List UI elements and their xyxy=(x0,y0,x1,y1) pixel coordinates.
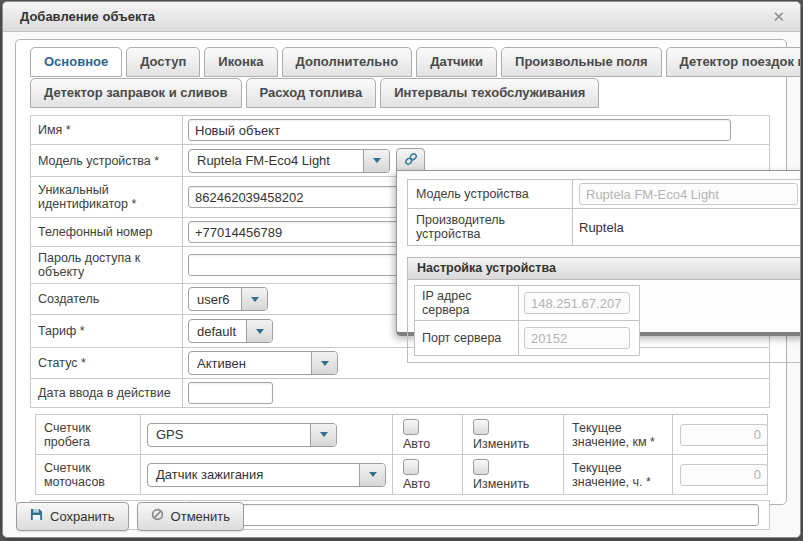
status-label: Статус * xyxy=(31,348,183,378)
link-icon xyxy=(404,152,418,169)
save-button-label: Сохранить xyxy=(50,509,115,524)
tab-access[interactable]: Доступ xyxy=(126,47,200,77)
creator-selected-value: user6 xyxy=(189,288,241,310)
server-port-label: Порт сервера xyxy=(415,321,519,355)
mileage-auto-label: Авто xyxy=(403,437,430,451)
device-model-select[interactable]: Ruptela FM-Eco4 Light xyxy=(188,149,390,173)
billing-plan-select[interactable]: default xyxy=(188,319,273,343)
cancel-button-label: Отменить xyxy=(171,509,230,524)
billing-plan-selected-value: default xyxy=(189,320,246,342)
device-model-label: Модель устройства * xyxy=(31,145,183,176)
chevron-down-icon[interactable] xyxy=(310,424,336,446)
tab-service-intervals[interactable]: Интервалы техобслуживания xyxy=(380,78,599,108)
server-ip-input xyxy=(524,292,630,314)
tab-advanced[interactable]: Дополнительно xyxy=(282,47,413,77)
dialog-title: Добавление объекта xyxy=(3,9,155,24)
server-port-row: Порт сервера xyxy=(414,320,640,356)
engine-hours-change-checkbox[interactable] xyxy=(473,459,489,475)
popup-device-model-label: Модель устройства xyxy=(408,180,573,208)
mileage-auto-checkbox[interactable] xyxy=(403,419,419,435)
device-info-table: Модель устройства Производитель устройст… xyxy=(407,179,801,246)
engine-hours-change-label: Изменить xyxy=(473,477,529,491)
mileage-counter-label: Счетчик пробега xyxy=(36,415,141,454)
chevron-down-icon[interactable] xyxy=(246,320,272,342)
engine-hours-selected-value: Датчик зажигания xyxy=(148,464,359,486)
tab-custom-fields[interactable]: Произвольные поля xyxy=(501,47,661,77)
dialog-titlebar[interactable]: Добавление объекта ✕ xyxy=(3,2,800,32)
mileage-counter-selected-value: GPS xyxy=(148,424,310,446)
close-icon[interactable]: ✕ xyxy=(772,9,785,24)
mileage-counter-select[interactable]: GPS xyxy=(147,423,337,447)
creator-select[interactable]: user6 xyxy=(188,287,268,311)
phone-label: Телефонный номер xyxy=(31,218,183,246)
chevron-down-icon[interactable] xyxy=(241,288,267,310)
unique-id-label: Уникальный идентификатор * xyxy=(31,177,183,217)
tab-sensors[interactable]: Датчики xyxy=(416,47,497,77)
tab-main[interactable]: Основное xyxy=(30,47,122,77)
tab-fillings-detector[interactable]: Детектор заправок и сливов xyxy=(30,78,242,108)
server-settings-table: IP адрес сервера Порт сервера xyxy=(414,285,640,356)
dialog-footer: Сохранить Отменить xyxy=(16,502,244,531)
commissioning-date-label: Дата ввода в действие xyxy=(31,379,183,407)
device-model-selected-value: Ruptela FM-Eco4 Light xyxy=(189,150,363,172)
engine-hours-label: Счетчик моточасов xyxy=(36,455,141,494)
tab-nav: Основное Доступ Иконка Дополнительно Дат… xyxy=(16,40,786,108)
creator-label: Создатель xyxy=(31,284,183,314)
counters-table: Счетчик пробега GPS Авто Изменить xyxy=(35,414,768,495)
engine-hours-counter-row: Счетчик моточасов Датчик зажигания Авто xyxy=(35,454,768,495)
chevron-down-icon[interactable] xyxy=(359,464,385,486)
mileage-counter-row: Счетчик пробега GPS Авто Изменить xyxy=(35,414,768,455)
name-input[interactable] xyxy=(188,119,731,141)
save-icon xyxy=(30,508,43,524)
engine-hours-current-value-input xyxy=(680,464,768,486)
cancel-icon xyxy=(151,508,164,524)
tab-trips-detector[interactable]: Детектор поездок и стоянок xyxy=(666,47,801,77)
commissioning-date-row: Дата ввода в действие xyxy=(30,378,770,408)
commissioning-date-input[interactable] xyxy=(188,382,273,404)
name-label: Имя * xyxy=(31,116,183,144)
billing-plan-label: Тариф * xyxy=(31,315,183,347)
cancel-button[interactable]: Отменить xyxy=(137,502,244,531)
mileage-change-label: Изменить xyxy=(473,437,529,451)
note-input[interactable] xyxy=(197,504,759,526)
popup-manufacturer-value: Ruptela xyxy=(573,217,801,238)
popup-manufacturer-row: Производитель устройства Ruptela xyxy=(407,208,801,246)
status-selected-value: Активен xyxy=(189,352,311,374)
engine-hours-current-label: Текущее значение, ч. * xyxy=(564,455,673,494)
server-ip-row: IP адрес сервера xyxy=(414,285,640,321)
engine-hours-counter-select[interactable]: Датчик зажигания xyxy=(147,463,386,487)
popup-device-model-row: Модель устройства xyxy=(407,179,801,209)
chevron-down-icon[interactable] xyxy=(311,352,337,374)
chevron-down-icon[interactable] xyxy=(363,150,389,172)
mileage-change-checkbox[interactable] xyxy=(473,419,489,435)
popup-device-model-input xyxy=(579,183,798,205)
status-select[interactable]: Активен xyxy=(188,351,338,375)
tab-fuel-consumption[interactable]: Расход топлива xyxy=(246,78,377,108)
tab-icon[interactable]: Иконка xyxy=(204,47,277,77)
popup-manufacturer-label: Производитель устройства xyxy=(408,209,573,245)
device-settings-popup: Модель устройства Производитель устройст… xyxy=(396,170,801,336)
device-settings-title: Настройка устройства xyxy=(408,258,801,280)
server-port-input xyxy=(524,327,630,349)
device-settings-groupbox: Настройка устройства IP адрес сервера По… xyxy=(407,257,801,363)
server-ip-label: IP адрес сервера xyxy=(415,286,519,320)
save-button[interactable]: Сохранить xyxy=(16,502,129,531)
engine-hours-auto-checkbox[interactable] xyxy=(403,459,419,475)
name-row: Имя * xyxy=(30,115,770,145)
mileage-current-value-input xyxy=(680,424,768,446)
add-object-dialog: Добавление объекта ✕ Основное Доступ Ико… xyxy=(2,1,801,538)
engine-hours-auto-label: Авто xyxy=(403,477,430,491)
access-password-label: Пароль доступа к объекту xyxy=(31,247,183,283)
mileage-current-label: Текущее значение, км * xyxy=(564,415,673,454)
